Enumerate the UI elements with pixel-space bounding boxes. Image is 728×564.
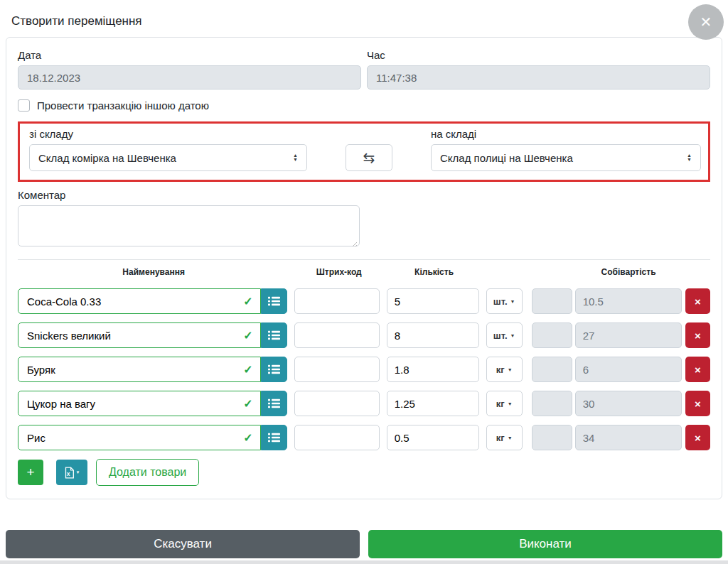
from-warehouse-value: Склад комірка на Шевченка: [38, 152, 176, 164]
select-from-list-button[interactable]: [261, 391, 287, 416]
table-actions-row: + x ▼ Додати товари: [18, 459, 710, 486]
quantity-input[interactable]: [387, 357, 479, 382]
from-warehouse-select[interactable]: Склад комірка на Шевченка ▲▼: [29, 144, 307, 171]
other-date-checkbox-label[interactable]: Провести транзакцію іншою датою: [37, 99, 209, 112]
barcode-input[interactable]: [294, 425, 380, 450]
date-time-row: Дата Час: [18, 49, 710, 90]
caret-down-icon: ▼: [510, 299, 515, 304]
delete-row-button[interactable]: ×: [685, 357, 710, 382]
time-label: Час: [367, 49, 710, 61]
select-from-list-button[interactable]: [261, 425, 287, 450]
barcode-input[interactable]: [294, 357, 380, 382]
to-warehouse-label: на складі: [431, 128, 701, 140]
time-input[interactable]: [367, 65, 710, 90]
product-name-group: ✓: [18, 391, 287, 416]
delete-row-button[interactable]: ×: [685, 322, 710, 348]
close-button[interactable]: ✕: [688, 4, 724, 40]
extra-disabled-input: [532, 425, 572, 450]
backdrop-strip: [0, 560, 728, 564]
caret-down-icon: ▼: [508, 367, 513, 372]
list-icon: [268, 296, 280, 306]
x-icon: ×: [695, 330, 701, 342]
quantity-input[interactable]: [387, 322, 479, 348]
from-warehouse-field: зі складу Склад комірка на Шевченка ▲▼: [29, 128, 307, 171]
cost-input: [575, 322, 682, 348]
product-row: ✓ кг ▼ ×: [18, 357, 710, 382]
product-name-group: ✓: [18, 288, 287, 314]
product-name-input[interactable]: [18, 288, 261, 314]
select-from-list-button[interactable]: [261, 288, 287, 314]
unit-value: кг: [496, 398, 505, 409]
x-icon: ×: [695, 364, 701, 376]
caret-down-icon: ▼: [76, 470, 80, 474]
add-row-button[interactable]: +: [18, 460, 43, 485]
barcode-input[interactable]: [294, 391, 380, 416]
from-warehouse-label: зі складу: [29, 128, 307, 140]
other-date-checkbox[interactable]: [18, 99, 30, 112]
excel-file-icon: x: [64, 467, 75, 479]
select-updown-icon: ▲▼: [687, 153, 692, 162]
product-name-group: ✓: [18, 357, 287, 382]
comment-textarea[interactable]: [18, 205, 360, 246]
unit-select[interactable]: шт. ▼: [486, 288, 523, 314]
svg-text:x: x: [66, 470, 70, 477]
product-name-input[interactable]: [18, 357, 261, 382]
divider: [18, 259, 710, 260]
cost-input: [575, 357, 682, 382]
unit-value: шт.: [493, 296, 508, 307]
confirmed-check-icon: ✓: [243, 329, 252, 342]
header-name: Найменування: [18, 267, 289, 277]
time-field: Час: [367, 49, 710, 90]
barcode-input[interactable]: [294, 322, 380, 348]
unit-value: кг: [496, 364, 505, 375]
unit-value: кг: [496, 433, 505, 443]
select-from-list-button[interactable]: [261, 357, 287, 382]
extra-disabled-input: [532, 391, 572, 416]
warehouse-highlight-section: зі складу Склад комірка на Шевченка ▲▼ ⇆…: [18, 121, 710, 182]
product-name-input[interactable]: [18, 425, 261, 450]
date-input[interactable]: [18, 65, 361, 90]
modal-footer: Скасувати Виконати: [6, 530, 722, 558]
comment-label: Коментар: [18, 189, 710, 201]
confirmed-check-icon: ✓: [243, 295, 252, 308]
header-quantity: Кількість: [388, 267, 480, 277]
product-row: ✓ кг ▼ ×: [18, 391, 710, 416]
execute-button[interactable]: Виконати: [368, 530, 722, 558]
unit-select[interactable]: кг ▼: [486, 425, 523, 450]
unit-select[interactable]: кг ▼: [486, 357, 523, 382]
cancel-button[interactable]: Скасувати: [6, 530, 360, 558]
delete-row-button[interactable]: ×: [685, 288, 710, 314]
list-icon: [268, 330, 280, 340]
delete-row-button[interactable]: ×: [685, 391, 710, 416]
product-name-input[interactable]: [18, 322, 261, 348]
delete-row-button[interactable]: ×: [685, 425, 710, 450]
quantity-input[interactable]: [387, 288, 479, 314]
to-warehouse-select[interactable]: Склад полиці на Шевченка ▲▼: [431, 144, 701, 171]
select-from-list-button[interactable]: [261, 322, 287, 348]
cost-input: [575, 288, 682, 314]
swap-warehouses-button[interactable]: ⇆: [346, 144, 392, 171]
barcode-input[interactable]: [294, 288, 380, 314]
to-warehouse-value: Склад полиці на Шевченка: [440, 152, 573, 164]
caret-down-icon: ▼: [508, 435, 513, 440]
x-icon: ×: [695, 398, 701, 410]
extra-disabled-input: [532, 288, 572, 314]
excel-import-button[interactable]: x ▼: [56, 460, 87, 485]
header-spacer: [487, 267, 576, 277]
product-name-input[interactable]: [18, 391, 261, 416]
x-icon: ×: [695, 432, 701, 444]
add-products-button[interactable]: Додати товари: [96, 459, 199, 486]
quantity-input[interactable]: [387, 425, 479, 450]
quantity-input[interactable]: [387, 391, 479, 416]
header-barcode: Штрих-код: [296, 267, 381, 277]
products-table-header: Найменування Штрих-код Кількість Собівар…: [18, 267, 710, 277]
unit-select[interactable]: шт. ▼: [486, 322, 523, 348]
form-card: Дата Час Провести транзакцію іншою датою…: [6, 37, 722, 499]
unit-value: шт.: [493, 330, 508, 341]
comment-field: Коментар: [18, 189, 710, 249]
to-warehouse-field: на складі Склад полиці на Шевченка ▲▼: [431, 128, 701, 171]
header-cost: Собівартість: [576, 267, 682, 277]
extra-disabled-input: [532, 357, 572, 382]
product-name-group: ✓: [18, 322, 287, 348]
unit-select[interactable]: кг ▼: [486, 391, 523, 416]
